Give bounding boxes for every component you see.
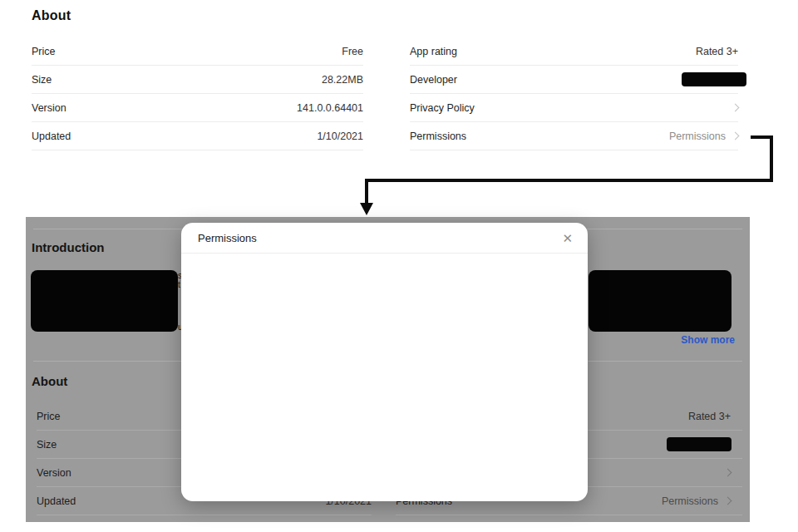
chevron-right-icon xyxy=(732,132,740,140)
app-rating-row: App rating Rated 3+ xyxy=(410,37,738,66)
text-fragment: t xyxy=(178,281,180,289)
version-value: 141.0.0.64401 xyxy=(297,102,363,114)
dimmed-size-label: Size xyxy=(37,439,57,451)
size-value: 28.22MB xyxy=(322,74,363,86)
about-left-column: Price Free Size 28.22MB Version 141.0.0.… xyxy=(32,37,363,150)
price-row: Price Free xyxy=(32,37,363,66)
dimmed-permissions-value: Permissions xyxy=(662,495,718,507)
show-more-link[interactable]: Show more xyxy=(681,334,735,346)
permissions-label: Permissions xyxy=(410,131,466,142)
dimmed-price-label: Price xyxy=(37,411,60,422)
permissions-value: Permissions xyxy=(669,131,726,142)
permissions-row[interactable]: Permissions Permissions xyxy=(410,122,738,150)
updated-label: Updated xyxy=(32,131,71,142)
price-label: Price xyxy=(32,46,55,57)
modal-header: Permissions ✕ xyxy=(181,223,588,254)
dimmed-rating-value: Rated 3+ xyxy=(688,411,731,422)
updated-value: 1/10/2021 xyxy=(317,131,363,142)
redacted-screenshot-left xyxy=(31,270,178,332)
developer-label: Developer xyxy=(410,74,457,86)
close-icon[interactable]: ✕ xyxy=(562,232,573,244)
dimmed-developer-redacted-box xyxy=(667,437,732,451)
chevron-right-icon xyxy=(724,469,732,477)
privacy-policy-row[interactable]: Privacy Policy xyxy=(410,94,738,122)
permissions-modal: Permissions ✕ xyxy=(181,223,588,501)
size-label: Size xyxy=(32,74,52,86)
app-rating-value: Rated 3+ xyxy=(696,46,738,57)
about-heading: About xyxy=(32,8,71,23)
privacy-policy-label: Privacy Policy xyxy=(410,102,475,114)
price-value: Free xyxy=(342,46,363,57)
modal-title: Permissions xyxy=(198,232,257,244)
version-row: Version 141.0.0.64401 xyxy=(32,94,363,122)
dimmed-updated-label: Updated xyxy=(37,495,76,507)
about-right-column: App rating Rated 3+ Developer Privacy Po… xyxy=(410,37,738,150)
dimmed-version-label: Version xyxy=(37,467,71,479)
redacted-screenshot-right xyxy=(589,270,732,332)
dimmed-about-heading: About xyxy=(32,374,67,388)
introduction-heading: Introduction xyxy=(32,240,104,254)
chevron-right-icon xyxy=(732,104,740,112)
developer-redacted-box xyxy=(682,72,746,86)
app-rating-label: App rating xyxy=(410,46,457,57)
size-row: Size 28.22MB xyxy=(32,66,363,94)
version-label: Version xyxy=(32,102,66,114)
updated-row: Updated 1/10/2021 xyxy=(32,122,363,150)
chevron-right-icon xyxy=(724,497,732,505)
developer-row: Developer xyxy=(410,66,738,94)
